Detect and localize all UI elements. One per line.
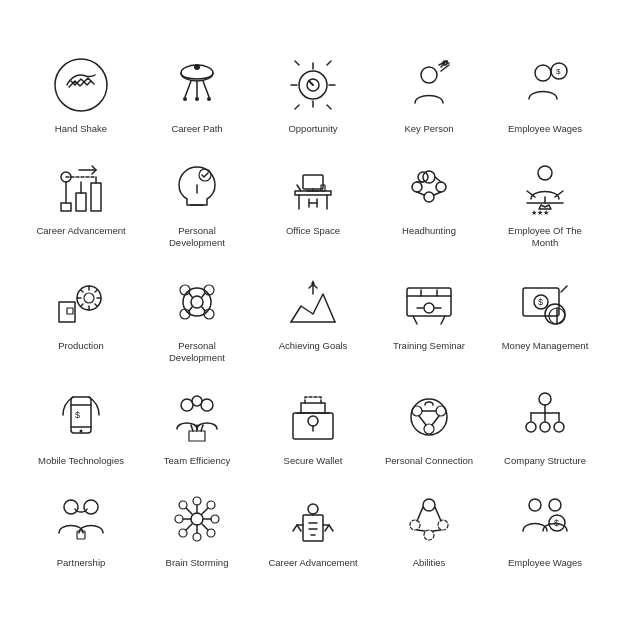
svg-rect-114: [189, 431, 205, 441]
svg-line-74: [95, 304, 97, 306]
svg-point-111: [181, 399, 193, 411]
icon-cell-headhunting: Headhunting: [371, 147, 487, 262]
svg-point-58: [538, 166, 552, 180]
svg-point-2: [194, 64, 200, 70]
icon-cell-secure-wallet: Secure Wallet: [255, 377, 371, 479]
personal-connection-icon: [397, 385, 461, 449]
icon-grid: Hand Shake Career Path: [13, 35, 613, 591]
svg-point-166: [423, 499, 435, 511]
svg-line-156: [186, 524, 192, 530]
svg-line-56: [434, 192, 441, 195]
svg-line-3: [185, 81, 191, 97]
svg-line-171: [435, 507, 441, 521]
svg-line-17: [295, 61, 299, 65]
icon-cell-achieving-goals: Achieving Goals: [255, 262, 371, 377]
svg-point-112: [201, 399, 213, 411]
svg-line-83: [189, 293, 192, 297]
icon-cell-company-structure: Company Structure: [487, 377, 603, 479]
abilities-label: Abilities: [413, 557, 446, 569]
svg-line-86: [202, 307, 205, 311]
hand-shake-icon: [49, 53, 113, 117]
svg-line-127: [419, 416, 426, 425]
svg-point-143: [193, 533, 201, 541]
personal-development-2-label: Personal Development: [152, 340, 242, 365]
icon-cell-personal-development-2: Personal Development: [139, 262, 255, 377]
svg-line-57: [435, 177, 441, 182]
svg-text:$: $: [538, 297, 543, 307]
svg-rect-158: [303, 515, 323, 541]
svg-point-139: [84, 500, 98, 514]
svg-marker-89: [311, 280, 315, 284]
employee-wages-2-label: Employee Wages: [508, 557, 582, 569]
svg-line-85: [189, 307, 192, 311]
abilities-icon: [397, 487, 461, 551]
key-person-icon: [397, 53, 461, 117]
svg-line-115: [191, 425, 193, 431]
icon-cell-key-person: Key Person: [371, 45, 487, 147]
svg-point-141: [191, 513, 203, 525]
opportunity-label: Opportunity: [288, 123, 337, 135]
svg-point-135: [526, 422, 536, 432]
svg-point-77: [183, 288, 211, 316]
icon-cell-team-efficiency: Team Efficiency: [139, 377, 255, 479]
svg-line-4: [203, 81, 209, 97]
svg-line-15: [327, 61, 331, 65]
mobile-technologies-label: Mobile Technologies: [38, 455, 124, 467]
svg-point-68: [84, 293, 94, 303]
svg-point-8: [207, 97, 211, 101]
hand-shake-label: Hand Shake: [55, 123, 107, 135]
svg-point-159: [308, 504, 318, 514]
career-advancement-label: Career Advancement: [36, 225, 125, 237]
career-path-icon: [165, 53, 229, 117]
partnership-icon: [49, 487, 113, 551]
icon-cell-partnership: Partnership: [23, 479, 139, 581]
money-management-icon: $: [513, 270, 577, 334]
brain-storming-icon: [165, 487, 229, 551]
svg-line-73: [81, 290, 83, 292]
icon-cell-career-advancement-2: Career Advancement: [255, 479, 371, 581]
personal-development-1-label: Personal Development: [152, 225, 242, 250]
career-advancement-2-icon: [281, 487, 345, 551]
key-person-label: Key Person: [404, 123, 453, 135]
svg-point-51: [436, 182, 446, 192]
personal-development-1-icon: [165, 155, 229, 219]
svg-point-137: [554, 422, 564, 432]
svg-line-128: [432, 416, 439, 425]
svg-text:★★★: ★★★: [531, 209, 549, 216]
svg-rect-27: [76, 193, 86, 211]
svg-line-170: [417, 507, 423, 521]
team-efficiency-label: Team Efficiency: [164, 455, 230, 467]
svg-rect-140: [77, 531, 85, 539]
career-advancement-2-label: Career Advancement: [268, 557, 357, 569]
production-label: Production: [58, 340, 103, 352]
headhunting-label: Headhunting: [402, 225, 456, 237]
svg-line-84: [202, 293, 205, 297]
icon-cell-personal-connection: Personal Connection: [371, 377, 487, 479]
svg-line-75: [81, 304, 83, 306]
svg-point-92: [424, 303, 434, 313]
icon-cell-career-advancement: Career Advancement: [23, 147, 139, 262]
svg-rect-90: [407, 288, 451, 316]
company-structure-icon: [513, 385, 577, 449]
svg-line-105: [561, 286, 567, 292]
employee-of-the-month-icon: ★★★: [513, 155, 577, 219]
training-seminar-label: Training Seminar: [393, 340, 465, 352]
partnership-label: Partnership: [57, 557, 106, 569]
icon-cell-money-management: $ Money Management: [487, 262, 603, 377]
svg-point-122: [411, 399, 447, 435]
icon-cell-opportunity: Opportunity: [255, 45, 371, 147]
svg-point-78: [191, 296, 203, 308]
employee-wages-label: Employee Wages: [508, 123, 582, 135]
svg-point-136: [540, 422, 550, 432]
svg-line-55: [417, 192, 424, 195]
svg-point-124: [436, 406, 446, 416]
svg-line-98: [441, 316, 445, 324]
svg-point-6: [183, 97, 187, 101]
opportunity-icon: [281, 53, 345, 117]
production-icon: [49, 270, 113, 334]
company-structure-label: Company Structure: [504, 455, 586, 467]
headhunting-icon: [397, 155, 461, 219]
secure-wallet-label: Secure Wallet: [284, 455, 343, 467]
svg-line-154: [186, 508, 192, 514]
icon-cell-personal-development-1: Personal Development: [139, 147, 255, 262]
